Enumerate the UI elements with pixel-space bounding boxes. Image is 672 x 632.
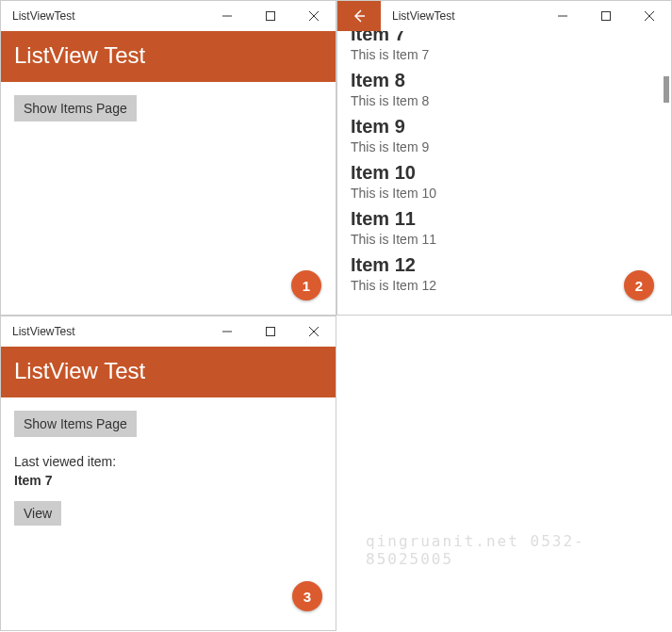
scrollbar-thumb[interactable] (664, 76, 669, 103)
list-item[interactable]: Item 12This is Item 12 (351, 254, 658, 293)
minimize-button[interactable] (205, 1, 249, 31)
last-viewed-label: Last viewed item: (14, 454, 322, 469)
maximize-button[interactable] (249, 316, 292, 347)
list-item-desc: This is Item 8 (351, 93, 658, 108)
window-1: ListViewTest ListView Test Show Items Pa… (0, 0, 336, 316)
window-controls (205, 1, 336, 31)
titlebar: ListViewTest (337, 1, 671, 31)
list-item[interactable]: Item 10This is Item 10 (351, 162, 658, 201)
svg-rect-1 (267, 12, 275, 21)
step-badge-1: 1 (291, 270, 321, 300)
list-item-title: Item 9 (351, 116, 658, 138)
minimize-button[interactable] (541, 1, 584, 31)
content-area: Show Items Page (1, 82, 336, 315)
list-item[interactable]: Item 8This is Item 8 (351, 70, 658, 108)
list-item-title: Item 11 (351, 208, 658, 230)
scrollbar-track[interactable] (662, 31, 669, 315)
page-header: ListView Test (1, 347, 336, 397)
step-badge-3: 3 (292, 581, 322, 611)
show-items-button[interactable]: Show Items Page (14, 95, 137, 122)
window-title: ListViewTest (12, 325, 205, 338)
last-viewed-section: Last viewed item: Item 7 (14, 454, 322, 488)
window-3: ListViewTest ListView Test Show Items Pa… (0, 316, 336, 631)
window-2: ListViewTest Item 7This is Item 7 Item 8… (336, 0, 672, 316)
list-item[interactable]: Item 11This is Item 11 (351, 208, 658, 247)
view-button[interactable]: View (14, 501, 61, 526)
maximize-button[interactable] (584, 1, 628, 31)
page-header: ListView Test (1, 31, 336, 82)
svg-rect-6 (602, 12, 611, 21)
titlebar: ListViewTest (1, 1, 336, 31)
step-badge-2: 2 (624, 270, 654, 300)
maximize-button[interactable] (249, 1, 292, 31)
list-item-desc: This is Item 9 (351, 139, 658, 154)
back-button[interactable] (337, 1, 381, 31)
close-button[interactable] (292, 316, 336, 347)
show-items-button[interactable]: Show Items Page (14, 411, 137, 437)
content-area: Show Items Page Last viewed item: Item 7… (1, 397, 336, 630)
list-item[interactable]: Item 7This is Item 7 (351, 31, 658, 62)
list-item-title: Item 7 (351, 31, 658, 45)
watermark: qingruanit.net 0532-85025005 (366, 532, 672, 568)
window-title: ListViewTest (12, 9, 205, 23)
window-controls (205, 316, 336, 347)
minimize-button[interactable] (205, 316, 249, 347)
close-button[interactable] (292, 1, 336, 31)
close-button[interactable] (628, 1, 671, 31)
list-item-desc: This is Item 10 (351, 186, 658, 201)
list-item-desc: This is Item 11 (351, 232, 658, 247)
last-viewed-item: Item 7 (14, 473, 322, 488)
list-item[interactable]: Item 9This is Item 9 (351, 116, 658, 154)
window-title: ListViewTest (381, 9, 541, 23)
titlebar: ListViewTest (1, 316, 336, 347)
list-item-title: Item 12 (351, 254, 658, 276)
window-controls (541, 1, 671, 31)
list-item-desc: This is Item 7 (351, 47, 658, 62)
list-view[interactable]: Item 7This is Item 7 Item 8This is Item … (337, 31, 671, 315)
list-item-title: Item 10 (351, 162, 658, 184)
list-item-desc: This is Item 12 (351, 278, 658, 293)
list-item-title: Item 8 (351, 70, 658, 91)
svg-rect-10 (267, 328, 275, 336)
